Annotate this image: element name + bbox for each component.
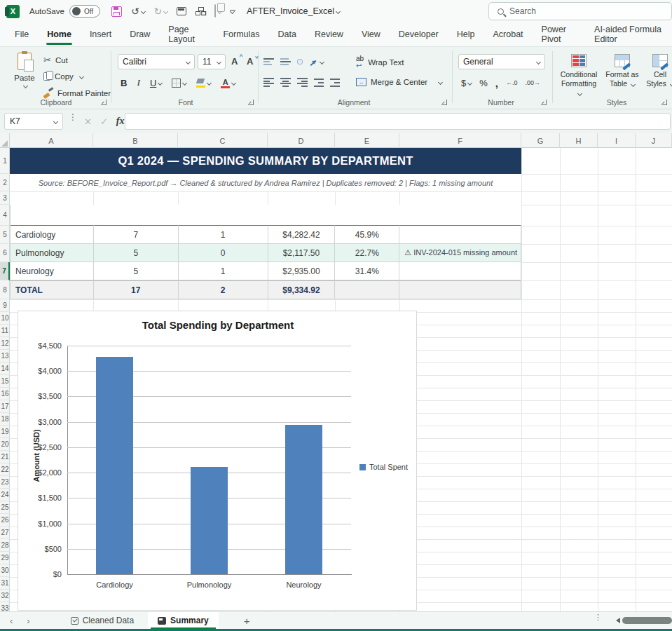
font-name-select[interactable]: Calibri xyxy=(118,54,195,69)
row-header-27[interactable]: 27 xyxy=(0,527,10,539)
save-icon[interactable] xyxy=(111,6,122,17)
horizontal-scrollbar[interactable] xyxy=(613,616,672,625)
row-header-5[interactable]: 5 xyxy=(0,226,10,244)
row-header-14[interactable]: 14 xyxy=(0,362,10,375)
row-header-17[interactable]: 17 xyxy=(0,400,10,413)
font-size-select[interactable]: 11 xyxy=(198,54,226,69)
fill-color-button[interactable] xyxy=(196,76,211,89)
underline-button[interactable]: U xyxy=(150,76,162,89)
align-top-button[interactable] xyxy=(263,57,274,67)
cell-a4[interactable]: Department xyxy=(11,205,94,226)
grow-font-button[interactable]: A^ xyxy=(231,56,238,67)
number-format-select[interactable]: General xyxy=(458,54,545,69)
cell-f6[interactable]: ⚠ INV-2024-015 missing amount xyxy=(399,244,521,262)
row-header-7[interactable]: 7 xyxy=(0,262,10,280)
cell-d4[interactable]: Total Spent xyxy=(268,205,336,226)
menu-tab-draw[interactable]: Draw xyxy=(121,22,159,46)
row-header-8[interactable]: 8 xyxy=(0,280,10,299)
row-header-20[interactable]: 20 xyxy=(0,438,10,451)
enter-icon[interactable]: ✓ xyxy=(100,116,108,127)
cell-e5[interactable]: 45.9% xyxy=(335,226,399,244)
scrollbar-thumb[interactable] xyxy=(622,617,672,624)
cell-a6[interactable]: Pulmonology xyxy=(11,244,94,262)
cell-d5[interactable]: $4,282.42 xyxy=(268,226,336,244)
cell-d6[interactable]: $2,117.50 xyxy=(268,244,336,262)
menu-tab-view[interactable]: View xyxy=(352,22,390,46)
sheet-source-note[interactable]: Source: BEFORE_Invoice_Report.pdf → Clea… xyxy=(10,174,521,191)
merge-center-button[interactable]: ↔ Merge & Center xyxy=(356,78,442,86)
column-header-d[interactable]: D xyxy=(268,133,335,148)
row-header-13[interactable]: 13 xyxy=(0,350,10,362)
cell-a5[interactable]: Cardiology xyxy=(11,226,94,244)
increase-decimal-button[interactable]: ←.0 xyxy=(506,79,518,86)
row-header-21[interactable]: 21 xyxy=(0,451,10,463)
cut-button[interactable]: ✂ Cut xyxy=(43,55,68,65)
menu-tab-review[interactable]: Review xyxy=(306,22,352,46)
wrap-text-button[interactable]: ab↩ Wrap Text xyxy=(356,55,404,69)
menu-tab-insert[interactable]: Insert xyxy=(81,22,121,46)
row-header-3[interactable]: 3 xyxy=(0,191,10,205)
row-header-18[interactable]: 18 xyxy=(0,413,10,426)
menu-tab-help[interactable]: Help xyxy=(448,22,484,46)
column-header-a[interactable]: A xyxy=(10,133,93,148)
row-header-24[interactable]: 24 xyxy=(0,489,10,501)
cell-b5[interactable]: 7 xyxy=(94,226,179,244)
cell-d7[interactable]: $2,935.00 xyxy=(268,262,336,280)
row-header-10[interactable]: 10 xyxy=(0,312,10,325)
row-header-2[interactable]: 2 xyxy=(0,174,10,191)
align-middle-button[interactable] xyxy=(280,57,291,67)
select-all-corner[interactable] xyxy=(0,133,10,148)
customize-toolbar-button[interactable] xyxy=(231,10,234,13)
font-dialog-launcher-icon[interactable] xyxy=(248,100,254,105)
row-header-1[interactable]: 1 xyxy=(0,148,10,174)
cell-c4[interactable]: Duplicates Removed xyxy=(179,205,268,226)
row-header-29[interactable]: 29 xyxy=(0,552,10,564)
undo-button[interactable]: ↺ xyxy=(131,5,145,18)
orientation-button[interactable] xyxy=(309,55,324,68)
row-header-23[interactable]: 23 xyxy=(0,476,10,489)
menu-tab-data[interactable]: Data xyxy=(269,22,306,46)
sheet-tab-summary[interactable]: Summary xyxy=(148,612,219,629)
format-as-table-button[interactable]: Format asTable xyxy=(601,54,643,88)
decrease-indent-button[interactable] xyxy=(314,79,324,87)
formula-bar-handle[interactable]: ⋮ xyxy=(69,115,77,119)
search-box[interactable]: Search xyxy=(488,2,672,20)
tabbar-options-button[interactable]: ⋮ xyxy=(594,616,602,619)
menu-tab-developer[interactable]: Developer xyxy=(390,22,448,46)
name-box[interactable]: K7 xyxy=(4,113,63,130)
copy-quick-icon[interactable] xyxy=(214,5,221,18)
borders-button[interactable] xyxy=(172,76,186,89)
cell-f4[interactable]: Flag xyxy=(399,205,521,226)
row-header-32[interactable]: 32 xyxy=(0,590,10,602)
copy-button[interactable]: Copy xyxy=(43,72,83,81)
menu-tab-file[interactable]: File xyxy=(6,22,38,46)
spending-chart[interactable]: Total Spending by Department Amount (USD… xyxy=(18,311,417,611)
row-header-19[interactable]: 19 xyxy=(0,426,10,438)
paste-button[interactable]: Paste xyxy=(10,53,39,103)
cell-f8[interactable] xyxy=(399,280,521,299)
cell-b7[interactable]: 5 xyxy=(94,262,179,280)
menu-tab-acrobat[interactable]: Acrobat xyxy=(484,22,532,46)
column-header-e[interactable]: E xyxy=(335,133,399,148)
row-header-12[interactable]: 12 xyxy=(0,337,10,350)
row-header-6[interactable]: 6 xyxy=(0,244,10,262)
row-header-31[interactable]: 31 xyxy=(0,577,10,590)
row-header-22[interactable]: 22 xyxy=(0,463,10,476)
row-header-15[interactable]: 15 xyxy=(0,375,10,388)
cell-e6[interactable]: 22.7% xyxy=(335,244,399,262)
conditional-formatting-button[interactable]: ConditionalFormatting xyxy=(558,54,600,97)
number-dialog-launcher-icon[interactable] xyxy=(541,100,547,105)
alignment-dialog-launcher-icon[interactable] xyxy=(441,100,447,105)
row-header-11[interactable]: 11 xyxy=(0,325,10,337)
align-bottom-button[interactable] xyxy=(297,59,303,65)
format-painter-button[interactable]: Format Painter xyxy=(43,88,111,98)
align-center-button[interactable] xyxy=(280,78,291,87)
column-header-h[interactable]: H xyxy=(560,133,598,148)
styles-dialog-launcher-icon[interactable] xyxy=(661,100,667,105)
align-right-button[interactable] xyxy=(297,78,308,87)
cell-e7[interactable]: 31.4% xyxy=(335,262,399,280)
font-color-button[interactable]: A xyxy=(221,76,235,89)
cell-c6[interactable]: 0 xyxy=(179,244,268,262)
comma-button[interactable]: , xyxy=(495,77,498,89)
cell-c8[interactable]: 2 xyxy=(179,280,268,299)
